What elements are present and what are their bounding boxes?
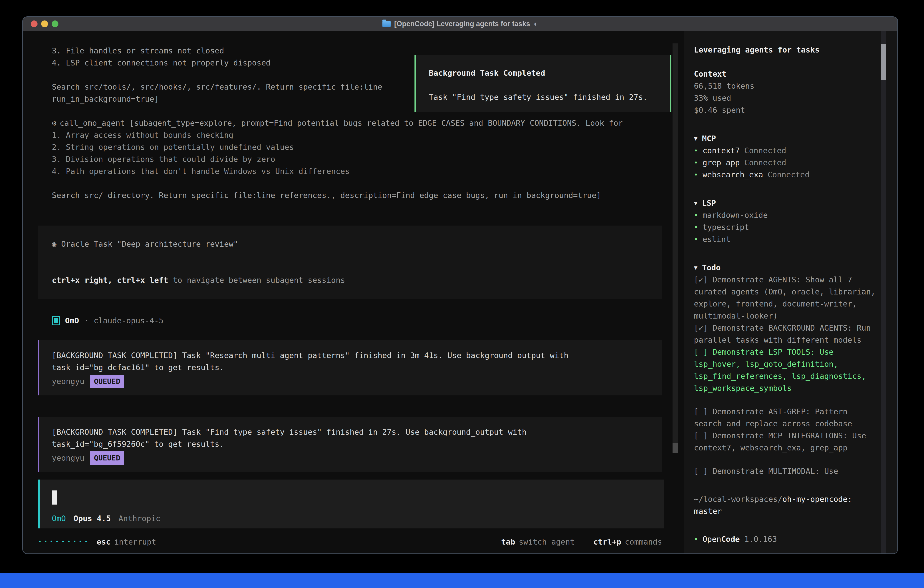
lsp-server-item: • typescript (694, 221, 877, 233)
message-line: [BACKGROUND TASK COMPLETED] Task "Resear… (52, 350, 662, 362)
scrollbar-thumb[interactable] (673, 443, 678, 453)
app-name-code: Code (721, 535, 740, 543)
chevron-down-icon: ▼ (694, 132, 698, 145)
input-footer: OmO Opus 4.5 Anthropic (52, 514, 160, 523)
session-sidebar: Leveraging agents for tasks Context 66,5… (684, 31, 898, 553)
folder-icon (383, 21, 391, 27)
app-version: 1.0.163 (744, 533, 777, 545)
close-button[interactable] (31, 20, 38, 27)
ctrlp-action-label: commands (625, 537, 662, 547)
lsp-server-name: markdown-oxide (703, 209, 768, 221)
busy-spinner-icon: ••••••••• (38, 538, 90, 545)
oracle-task-title: ◉ Oracle Task "Deep architecture review" (52, 238, 662, 250)
esc-key-label: esc (97, 537, 111, 547)
context-used: 33% used (694, 92, 877, 104)
mcp-server-item: • context7 Connected (694, 145, 877, 157)
lsp-header-label: LSP (702, 197, 716, 209)
desktop-wallpaper-strip (0, 573, 924, 588)
blank-line (52, 177, 684, 189)
app-version-line: • OpenCode 1.0.163 (694, 533, 877, 545)
queued-status-badge: QUEUED (90, 375, 124, 388)
sidebar-scrollbar[interactable] (881, 31, 886, 553)
mcp-server-name: context7 (703, 145, 740, 157)
app-name-open: Open (703, 535, 721, 543)
agent-model: claude-opus-4-5 (94, 315, 163, 327)
status-dot-icon: • (694, 157, 698, 169)
tab-key-label: tab (501, 537, 515, 547)
todo-item: [✓] Demonstrate AGENTS: Show all 7 curat… (694, 274, 877, 322)
message-author: yeongyu (52, 452, 84, 464)
prompt-input[interactable]: OmO Opus 4.5 Anthropic (38, 479, 664, 529)
tool-call-item: 2. String operations on potentially unde… (52, 141, 684, 153)
minimize-button[interactable] (41, 20, 48, 27)
agent-header-line: OmO · claude-opus-4-5 (52, 315, 684, 327)
tool-call-text: call_omo_agent [subagent_type=explore, p… (59, 117, 623, 129)
gear-icon: ⚙ (52, 117, 56, 129)
separator-dot: · (84, 315, 88, 327)
interrupt-hint: esc interrupt (97, 537, 156, 547)
mcp-server-name: websearch_exa (703, 169, 763, 181)
session-title: Leveraging agents for tasks (694, 44, 877, 56)
background-task-message: [BACKGROUND TASK COMPLETED] Task "Find t… (38, 417, 662, 472)
workspace-repo-name: oh-my-opencode: (782, 495, 852, 504)
commands-hint: ctrl+p commands (593, 537, 662, 547)
workspace-path-prefix: ~/local-workspaces/ (694, 495, 782, 504)
todo-section-header[interactable]: ▼ Todo (694, 262, 877, 274)
context-tokens: 66,518 tokens (694, 80, 877, 92)
oracle-task-text: Oracle Task "Deep architecture review" (61, 239, 238, 249)
background-task-toast: Background Task Completed Task "Find typ… (414, 55, 672, 112)
mcp-server-status: Connected (744, 157, 786, 169)
hint-keys: ctrl+x right, ctrl+x left (52, 276, 168, 285)
context-header-label: Context (694, 68, 726, 80)
mcp-section: ▼ MCP • context7 Connected • grep_app Co… (694, 132, 877, 181)
git-branch-label: master (694, 505, 877, 517)
background-task-message: [BACKGROUND TASK COMPLETED] Task "Resear… (38, 340, 662, 395)
toast-body: Task "Find type safety issues" finished … (429, 91, 670, 103)
window-titlebar: [OpenCode] Leveraging agents for tasks ◐ (23, 17, 898, 31)
todo-item: [ ] Demonstrate MULTIMODAL: Use (694, 465, 877, 477)
tab-action-label: switch agent (519, 537, 575, 547)
context-spent: $0.46 spent (694, 104, 877, 116)
scrollbar-thumb[interactable] (881, 44, 886, 80)
message-author: yeongyu (52, 375, 84, 387)
workspace-path: ~/local-workspaces/oh-my-opencode: maste… (694, 493, 877, 517)
mcp-section-header[interactable]: ▼ MCP (694, 132, 877, 145)
mcp-server-status: Connected (744, 145, 786, 157)
mcp-header-label: MCP (702, 132, 716, 145)
todo-item: [✓] Demonstrate BACKGROUND AGENTS: Run p… (694, 322, 877, 346)
active-model-label: Opus 4.5 (73, 514, 111, 523)
lsp-server-name: eslint (703, 233, 731, 245)
context-section: Context 66,518 tokens 33% used $0.46 spe… (694, 68, 877, 116)
todo-item: [ ] Demonstrate AST-GREP: Pattern search… (694, 406, 877, 430)
switch-agent-hint: tab switch agent (501, 537, 574, 547)
lsp-server-item: • eslint (694, 233, 877, 245)
lsp-server-item: • markdown-oxide (694, 209, 877, 221)
lsp-section: ▼ LSP • markdown-oxide • typescript • es… (694, 197, 877, 245)
tool-call-tail: Search src/ directory. Return specific f… (52, 189, 684, 202)
todo-item: [ ] Demonstrate MCP INTEGRATIONS: Use co… (694, 430, 877, 454)
todo-section: ▼ Todo [✓] Demonstrate AGENTS: Show all … (694, 262, 877, 477)
lsp-section-header[interactable]: ▼ LSP (694, 197, 877, 209)
oracle-task-card: ◉ Oracle Task "Deep architecture review"… (38, 226, 662, 299)
chevron-down-icon: ▼ (694, 197, 698, 209)
conversation-scrollbar[interactable] (673, 43, 678, 453)
zoom-button[interactable] (52, 20, 58, 27)
tool-call-item: 1. Array access without bounds checking (52, 129, 684, 141)
record-icon: ◉ (52, 239, 56, 249)
conversation-scrollback[interactable]: 3. File handles or streams not closed 4.… (23, 31, 684, 479)
traffic-lights (31, 17, 58, 31)
window-content: 3. File handles or streams not closed 4.… (23, 31, 898, 553)
mcp-server-status: Connected (767, 169, 809, 181)
toast-title: Background Task Completed (429, 67, 670, 79)
app-name: OpenCode (703, 533, 740, 545)
status-dot-icon: • (694, 169, 698, 181)
tool-call-item: 4. Path operations that don't handle Win… (52, 165, 684, 177)
mcp-server-name: grep_app (703, 157, 740, 169)
status-dot-icon: • (694, 221, 698, 233)
message-line: task_id="bg_dcfac161" to get results. (52, 362, 662, 373)
esc-action-label: interrupt (114, 537, 156, 547)
mcp-server-item: • grep_app Connected (694, 157, 877, 169)
active-agent-label: OmO (52, 514, 66, 523)
hint-text: to navigate between subagent sessions (168, 276, 345, 285)
window-title: [OpenCode] Leveraging agents for tasks ◐ (383, 20, 538, 28)
